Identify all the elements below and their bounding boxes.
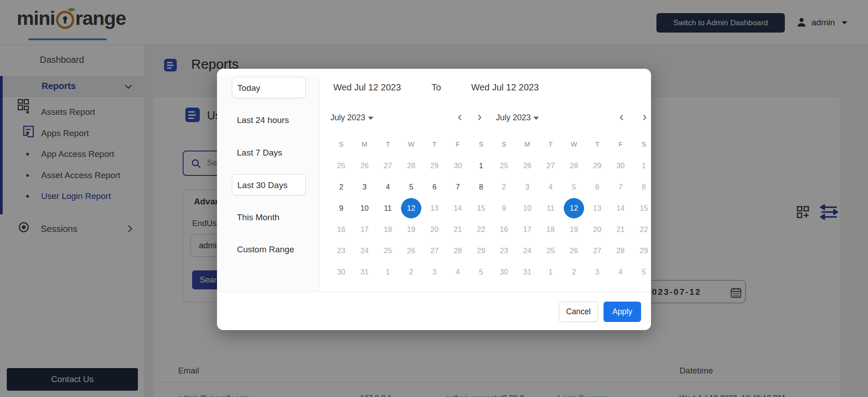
day-cell[interactable]: 27 [423, 240, 446, 261]
prev-month-button-right[interactable]: ‹ [616, 110, 627, 124]
day-cell[interactable]: 27 [539, 155, 562, 176]
day-cell[interactable]: 13 [585, 198, 609, 219]
day-cell[interactable]: 23 [330, 240, 353, 261]
apply-button[interactable]: Apply [604, 302, 641, 322]
day-cell[interactable]: 5 [632, 261, 656, 283]
selected-day-cell[interactable]: 12 [400, 198, 423, 219]
day-cell[interactable]: 4 [539, 176, 562, 198]
day-cell[interactable]: 6 [423, 176, 446, 198]
day-cell[interactable]: 1 [469, 155, 493, 176]
day-cell[interactable]: 24 [516, 240, 539, 261]
day-cell[interactable]: 22 [632, 219, 656, 240]
day-cell[interactable]: 3 [423, 261, 446, 283]
day-cell[interactable]: 30 [492, 261, 516, 283]
next-month-button-left[interactable]: › [474, 110, 486, 124]
day-cell[interactable]: 18 [539, 219, 562, 240]
preset-last-7-days[interactable]: Last 7 Days [232, 142, 306, 163]
day-cell[interactable]: 7 [446, 176, 470, 198]
day-cell[interactable]: 2 [562, 261, 586, 283]
day-cell[interactable]: 15 [632, 198, 656, 219]
day-cell[interactable]: 29 [585, 155, 609, 176]
day-cell[interactable]: 2 [330, 176, 353, 198]
day-cell[interactable]: 26 [562, 240, 586, 261]
day-cell[interactable]: 20 [423, 219, 446, 240]
day-cell[interactable]: 9 [492, 198, 516, 219]
day-cell[interactable]: 2 [400, 261, 423, 283]
day-cell[interactable]: 27 [585, 240, 609, 261]
preset-custom-range[interactable]: Custom Range [232, 239, 306, 260]
day-cell[interactable]: 15 [469, 198, 493, 219]
day-cell[interactable]: 25 [492, 155, 516, 176]
day-cell[interactable]: 3 [516, 176, 539, 198]
day-cell[interactable]: 16 [492, 219, 516, 240]
day-cell[interactable]: 25 [539, 240, 562, 261]
preset-last-24-hours[interactable]: Last 24 hours [232, 109, 306, 131]
day-cell[interactable]: 5 [562, 176, 586, 198]
day-cell[interactable]: 2 [492, 176, 516, 198]
day-cell[interactable]: 1 [632, 155, 656, 176]
day-cell[interactable]: 6 [585, 176, 609, 198]
day-cell[interactable]: 11 [539, 198, 562, 219]
day-cell[interactable]: 29 [632, 240, 656, 261]
day-cell[interactable]: 17 [516, 219, 539, 240]
day-cell[interactable]: 14 [446, 198, 470, 219]
day-cell[interactable]: 25 [330, 155, 353, 176]
day-cell[interactable]: 17 [353, 219, 377, 240]
next-month-button-right[interactable]: › [639, 110, 651, 124]
day-cell[interactable]: 13 [423, 198, 446, 219]
day-cell[interactable]: 28 [400, 155, 423, 176]
day-cell[interactable]: 3 [585, 261, 609, 283]
cancel-button[interactable]: Cancel [559, 302, 598, 322]
day-cell[interactable]: 28 [562, 155, 586, 176]
day-cell[interactable]: 21 [446, 219, 470, 240]
selected-day-cell[interactable]: 12 [562, 198, 586, 219]
day-cell[interactable]: 28 [609, 240, 632, 261]
day-cell[interactable]: 19 [562, 219, 586, 240]
day-cell[interactable]: 29 [469, 240, 493, 261]
day-cell[interactable]: 26 [400, 240, 423, 261]
day-cell[interactable]: 29 [423, 155, 446, 176]
day-cell[interactable]: 28 [446, 240, 470, 261]
preset-this-month[interactable]: This Month [232, 207, 306, 228]
day-cell[interactable]: 23 [492, 240, 516, 261]
day-cell[interactable]: 30 [446, 155, 470, 176]
day-cell[interactable]: 18 [376, 219, 400, 240]
day-cell[interactable]: 31 [516, 261, 539, 283]
day-cell[interactable]: 5 [400, 176, 423, 198]
day-cell[interactable]: 9 [330, 198, 353, 219]
day-cell[interactable]: 31 [353, 261, 377, 283]
prev-month-button-left[interactable]: ‹ [454, 110, 466, 124]
day-cell[interactable]: 10 [516, 198, 539, 219]
day-cell[interactable]: 20 [585, 219, 609, 240]
day-cell[interactable]: 25 [376, 240, 400, 261]
month-selector-left[interactable]: July 2023 [330, 113, 365, 123]
month-selector-right[interactable]: July 2023 [496, 113, 531, 123]
month-dropdown-caret-icon[interactable] [368, 117, 373, 120]
month-dropdown-caret-icon[interactable] [533, 117, 539, 120]
day-cell[interactable]: 8 [469, 176, 493, 198]
day-cell[interactable]: 1 [376, 261, 400, 283]
day-cell[interactable]: 4 [376, 176, 400, 198]
day-cell[interactable]: 27 [376, 155, 400, 176]
day-cell[interactable]: 4 [609, 261, 632, 283]
day-cell[interactable]: 10 [353, 198, 377, 219]
day-cell[interactable]: 8 [632, 176, 656, 198]
day-cell[interactable]: 1 [539, 261, 562, 283]
day-cell[interactable]: 26 [353, 155, 377, 176]
day-cell[interactable]: 30 [609, 155, 632, 176]
day-cell[interactable]: 24 [353, 240, 377, 261]
day-cell[interactable]: 14 [609, 198, 632, 219]
day-cell[interactable]: 5 [469, 261, 493, 283]
day-cell[interactable]: 30 [330, 261, 353, 283]
day-cell[interactable]: 3 [353, 176, 377, 198]
preset-last-30-days[interactable]: Last 30 Days [232, 174, 306, 195]
day-cell[interactable]: 22 [469, 219, 493, 240]
day-cell[interactable]: 16 [330, 219, 353, 240]
day-cell[interactable]: 7 [609, 176, 632, 198]
day-cell[interactable]: 4 [446, 261, 470, 283]
day-cell[interactable]: 19 [400, 219, 423, 240]
day-cell[interactable]: 21 [609, 219, 632, 240]
preset-today[interactable]: Today [232, 77, 306, 98]
day-cell[interactable]: 26 [516, 155, 539, 176]
day-cell[interactable]: 11 [376, 198, 400, 219]
